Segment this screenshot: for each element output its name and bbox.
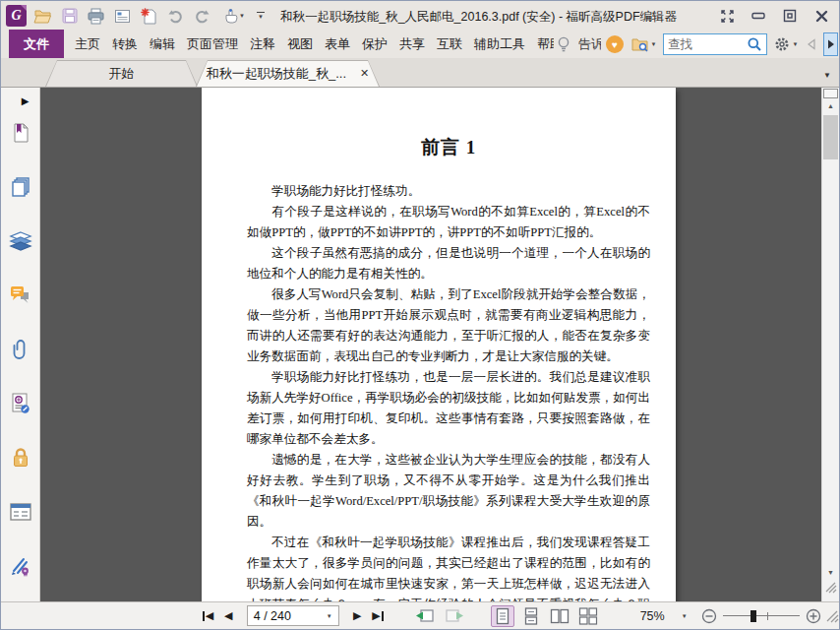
menu-protect[interactable]: 保护 [356, 31, 393, 58]
menu-form[interactable]: 表单 [319, 31, 356, 58]
customize-quick-access-button[interactable]: ▼ [254, 5, 268, 27]
scrollbar-thumb[interactable] [823, 115, 838, 159]
panel-destinations-button[interactable] [8, 393, 33, 414]
continuous-view-button[interactable] [519, 605, 543, 627]
menu-view[interactable]: 视图 [281, 31, 319, 58]
statusbar: ◀ ◀ 4 / 240 ▼ ▶ ▶ [1, 601, 839, 629]
menu-accessibility[interactable]: 辅助工具 [468, 31, 531, 58]
expand-panel-button[interactable]: ▶ [22, 95, 30, 106]
menu-home[interactable]: 主页 [69, 31, 106, 58]
tab-start[interactable]: 开始 [45, 60, 198, 87]
favorites-button[interactable]: ♥ [606, 35, 624, 53]
zoom-slider-tick [767, 612, 768, 620]
triangle-left-outline-icon [807, 38, 816, 50]
paperclip-icon [11, 338, 30, 361]
single-page-view-button[interactable] [491, 605, 514, 627]
panel-attachments-button[interactable] [8, 339, 33, 360]
restore-icon [782, 8, 798, 24]
search-folder-button[interactable]: ▼ [629, 36, 658, 53]
zoom-slider[interactable] [723, 609, 800, 623]
close-button[interactable] [813, 8, 829, 24]
menu-file[interactable]: 文件 [9, 30, 64, 59]
vertical-scrollbar[interactable]: ▲ ▼ [821, 88, 839, 601]
pdf-page: 前言 1 学职场能力好比打怪练功。 有个段子是这样说的，在职场写Word的不如算… [202, 88, 676, 601]
panel-icons [8, 122, 33, 577]
first-page-button[interactable]: ◀ [198, 606, 218, 626]
scroll-down-button[interactable]: ▼ [822, 569, 839, 576]
email-button[interactable] [112, 5, 133, 27]
print-button[interactable] [86, 5, 106, 27]
hand-tool-button[interactable]: ▼ [218, 5, 248, 27]
zoom-dropdown-caret-icon[interactable]: ▼ [682, 613, 688, 619]
tab-list-dropdown[interactable]: ▼ [823, 71, 831, 80]
redo-button[interactable] [192, 5, 212, 27]
panel-security-button[interactable] [8, 447, 33, 469]
first-page-bar-icon [203, 611, 205, 621]
window-controls [719, 8, 839, 24]
first-page-arrow-icon: ◀ [206, 609, 213, 622]
foxit-logo-icon[interactable]: G [6, 5, 27, 27]
gear-icon [774, 36, 790, 52]
ribbon-scroll-left-button[interactable] [805, 38, 818, 50]
restore-button[interactable] [782, 8, 798, 24]
panel-page-thumbnails-button[interactable] [8, 176, 33, 198]
open-file-button[interactable] [32, 5, 53, 27]
customize-caret-icon: ▼ [258, 14, 264, 20]
facing-view-button[interactable] [548, 605, 571, 627]
comment-icon [9, 284, 32, 306]
menu-connect[interactable]: 互联 [431, 31, 468, 58]
window-resize-grip[interactable] [825, 609, 839, 623]
panel-comments-button[interactable] [8, 284, 33, 306]
fullscreen-button[interactable] [719, 8, 735, 24]
tips-button[interactable] [554, 35, 573, 53]
next-page-button[interactable]: ▶ [347, 606, 368, 626]
form-fields-icon [9, 501, 32, 523]
panel-layers-button[interactable] [8, 230, 33, 252]
menu-organize[interactable]: 页面管理 [181, 31, 244, 58]
find-input[interactable] [664, 37, 743, 51]
panel-toggle-button[interactable] [823, 89, 838, 98]
panel-digital-signatures-button[interactable] [8, 555, 33, 577]
undo-button[interactable] [165, 5, 186, 27]
tab-document[interactable]: 和秋一起职场技能_秋_... ✕ [196, 60, 380, 87]
foxit-logo: G [6, 5, 27, 27]
minimize-button[interactable] [750, 8, 766, 24]
create-pdf-button[interactable] [139, 5, 159, 27]
continuous-pages-icon [524, 607, 538, 625]
page-number-value: 4 / 240 [254, 609, 327, 623]
zoom-out-button[interactable] [701, 608, 717, 624]
menu-edit[interactable]: 编辑 [144, 31, 181, 58]
menu-convert[interactable]: 转换 [106, 31, 144, 58]
previous-view-button[interactable] [414, 607, 436, 624]
facing-pages-icon [550, 607, 570, 625]
page-number-field[interactable]: 4 / 240 ▼ [247, 605, 339, 626]
settings-button[interactable]: ▼ [772, 36, 800, 52]
find-button[interactable] [743, 34, 766, 54]
page-layout-buttons [491, 605, 600, 627]
close-icon [814, 9, 829, 24]
panel-bookmarks-button[interactable] [8, 122, 33, 144]
navigation-panel-bar: ▶ [1, 88, 40, 601]
tab-close-icon[interactable]: ✕ [360, 68, 369, 79]
folder-open-icon [33, 7, 52, 26]
previous-view-icon [415, 607, 435, 624]
previous-page-button[interactable]: ◀ [218, 606, 239, 626]
document-view[interactable]: 前言 1 学职场能力好比打怪练功。 有个段子是这样说的，在职场写Word的不如算… [40, 88, 821, 601]
zoom-in-button[interactable] [806, 608, 821, 624]
zoom-slider-track[interactable] [723, 615, 800, 616]
logo-letter: G [6, 5, 27, 27]
magnifier-icon [747, 36, 762, 52]
ribbon-scroll-right-button[interactable] [823, 32, 838, 56]
next-view-button[interactable] [444, 607, 465, 624]
save-button[interactable] [59, 5, 80, 27]
scroll-up-button[interactable]: ▲ [822, 98, 839, 113]
zoom-slider-thumb[interactable] [750, 610, 756, 622]
last-page-button[interactable]: ▶ [368, 606, 389, 626]
menu-comment[interactable]: 注释 [244, 31, 281, 58]
menubar-right-tools: 告诉 ♥ ▼ ▼ [554, 31, 838, 58]
continuous-facing-view-button[interactable] [576, 605, 600, 627]
panel-form-fields-button[interactable] [8, 501, 33, 523]
tell-me-button[interactable]: 告诉 [578, 35, 601, 53]
menu-share[interactable]: 共享 [393, 31, 431, 58]
save-icon [61, 7, 79, 25]
